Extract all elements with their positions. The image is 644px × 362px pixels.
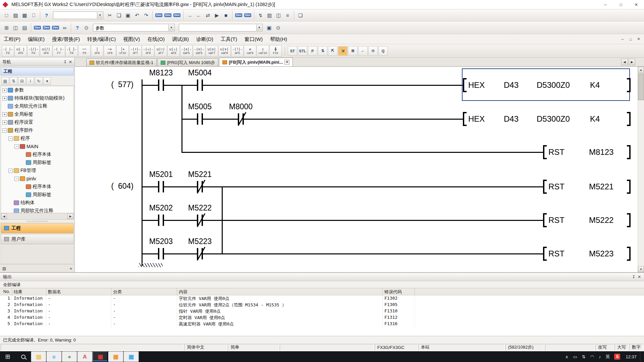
- menu-item[interactable]: 调试(B): [168, 34, 193, 44]
- tree-item[interactable]: 结构体: [1, 199, 73, 207]
- internet-explorer-icon[interactable]: e: [46, 351, 62, 362]
- tab-scroll-left-icon[interactable]: ◀: [621, 59, 628, 65]
- tab-device-buffer-monitor[interactable]: 软元件/缓冲存储器批量监视-1: [86, 58, 157, 66]
- table-row[interactable]: 4 Information - - 定时器 VAR用 使用0点 F1312: [0, 314, 644, 321]
- tree-horizontal-scrollbar[interactable]: ◀ ▶: [1, 213, 74, 220]
- save-project-icon[interactable]: ▦: [20, 11, 29, 20]
- mdi-minimize-button[interactable]: ─: [619, 35, 627, 43]
- device-display-icon[interactable]: Dev: [42, 23, 51, 32]
- tree-item[interactable]: 局部软元件注释: [1, 207, 73, 213]
- collapse-all-icon[interactable]: ⊟: [18, 77, 26, 85]
- project-view-button[interactable]: 工程: [1, 223, 74, 233]
- online-program-change-icon[interactable]: ↯: [256, 11, 265, 20]
- instruction-rst[interactable]: RST: [548, 182, 565, 191]
- close-button[interactable]: ✕: [629, 0, 644, 9]
- toolbar-combo[interactable]: ▼: [53, 11, 103, 19]
- ladder-symbol-button[interactable]: ▯ caF10: [257, 45, 269, 57]
- pin-icon[interactable]: ↧: [63, 60, 67, 64]
- menu-item[interactable]: 转换/编译(C): [84, 34, 119, 44]
- tree-item[interactable]: − pinlv: [1, 175, 73, 183]
- undo-icon[interactable]: ↶: [132, 11, 142, 20]
- info-icon[interactable]: i: [26, 77, 34, 85]
- chevron-down-icon[interactable]: ▼: [168, 24, 174, 31]
- ladder-symbol-button[interactable]: │ sF9: [91, 45, 103, 57]
- ladder-symbol-button[interactable]: │✕ cF10: [116, 45, 129, 57]
- tree-expander[interactable]: −: [8, 169, 13, 173]
- cut-icon[interactable]: ✂: [105, 11, 114, 20]
- ladder-display-icon[interactable]: ▤: [20, 23, 29, 32]
- secondary-combo[interactable]: ▼: [179, 24, 263, 32]
- ladder-block-list-icon[interactable]: ⊞: [348, 46, 358, 56]
- instruction-operand[interactable]: M8123: [589, 147, 613, 157]
- zoom-ladder-icon[interactable]: Q: [378, 46, 388, 56]
- table-row[interactable]: 2 Information - - 位软元件 VAR用 使用2点（范围 M153…: [0, 302, 644, 308]
- contact-m5221-nc[interactable]: M5221: [197, 181, 203, 192]
- ladder-symbol-button[interactable]: -|↓|- sF8: [142, 45, 154, 57]
- tree-item[interactable]: − 程序部件: [1, 126, 73, 134]
- window-switch-icon[interactable]: ❏: [296, 11, 305, 20]
- read-from-plc-icon[interactable]: ←: [194, 11, 203, 20]
- tree-expander[interactable]: [20, 161, 25, 165]
- network-icon[interactable]: ⇅: [580, 351, 588, 362]
- menu-item[interactable]: 工程(P): [0, 34, 24, 44]
- tree-item[interactable]: + 程序设置: [1, 118, 73, 126]
- minimize-button[interactable]: ─: [598, 0, 613, 9]
- tree-item[interactable]: − MAIN: [1, 142, 73, 150]
- panel-splitter[interactable]: [0, 220, 74, 223]
- tree-item[interactable]: 局部标签: [1, 191, 73, 199]
- paste-icon[interactable]: ▣: [123, 11, 132, 20]
- device-comment-display-icon[interactable]: Dev: [33, 23, 42, 32]
- instruction-hex[interactable]: HEX: [468, 114, 485, 124]
- ladder-symbol-button[interactable]: -| |- F5: [2, 45, 14, 57]
- filter-icon[interactable]: ▾: [43, 77, 51, 85]
- tree-item[interactable]: + 参数: [1, 86, 73, 94]
- redo-icon[interactable]: ↷: [142, 11, 151, 20]
- tree-expander[interactable]: [2, 104, 7, 109]
- tree-expander[interactable]: [8, 209, 13, 213]
- tree-item[interactable]: − 程序: [1, 134, 73, 142]
- device-comment-icon[interactable]: Dev: [154, 11, 163, 20]
- instruction-operand[interactable]: K4: [590, 80, 600, 90]
- tree-expander[interactable]: −: [14, 144, 19, 149]
- instruction-rst[interactable]: RST: [548, 216, 565, 225]
- ladder-symbol-button[interactable]: -( )- F7: [53, 45, 65, 57]
- start-button[interactable]: ⊞: [0, 351, 15, 362]
- ladder-symbol-button[interactable]: -|∨|- saF6: [193, 45, 205, 57]
- ladder-symbol-button[interactable]: ⊔| | sF5: [14, 45, 27, 57]
- menu-item[interactable]: 窗口(W): [241, 34, 266, 44]
- pin-icon[interactable]: ↧: [632, 275, 635, 279]
- docking-window-icon[interactable]: ◫: [11, 23, 20, 32]
- chevron-down-icon[interactable]: ▼: [97, 12, 103, 18]
- contact-m5202[interactable]: M5202: [158, 215, 164, 226]
- tree-expander[interactable]: −: [8, 136, 13, 141]
- browser-green-icon[interactable]: ●: [62, 351, 77, 362]
- hidden-icons-chevron[interactable]: ∧: [563, 351, 571, 362]
- close-icon[interactable]: ✕: [638, 275, 641, 279]
- connection-line-icon[interactable]: ⌐: [358, 46, 368, 56]
- table-row[interactable]: 1 Information - - 字软元件 VAR用 使用0点 F1302: [0, 295, 644, 302]
- instruction-rst[interactable]: RST: [548, 147, 565, 157]
- instruction-operand[interactable]: D5300Z0: [537, 114, 570, 124]
- window-split-icon[interactable]: ◫: [274, 11, 283, 20]
- app-orange-icon[interactable]: ▦: [108, 351, 123, 362]
- chevron-down-icon[interactable]: ▼: [256, 24, 262, 31]
- ladder-symbol-button[interactable]: -|!|- aF5: [231, 45, 244, 57]
- tree-expander[interactable]: +: [2, 96, 7, 101]
- menu-item[interactable]: 搜索/替换(F): [48, 34, 84, 44]
- contact-m8123[interactable]: M8123: [158, 79, 164, 91]
- notification-center-button[interactable]: [640, 351, 644, 362]
- scroll-left-icon[interactable]: ◀: [1, 214, 7, 219]
- tree-item[interactable]: 全局软元件注释: [1, 102, 73, 110]
- program-common-icon[interactable]: ⊞: [2, 23, 11, 32]
- file-explorer-icon[interactable]: ▨: [31, 351, 46, 362]
- tree-expander[interactable]: −: [2, 128, 7, 133]
- ladder-symbol-button[interactable]: ⊔|∨| saF8: [218, 45, 231, 57]
- wifi-icon[interactable]: ◠: [588, 351, 596, 362]
- ladder-symbol-button[interactable]: ── F9: [78, 45, 91, 57]
- device-test-icon[interactable]: Dev: [234, 11, 243, 20]
- table-row[interactable]: 5 Information - - 高速定时器 VAR用 使用0点 F1316: [0, 321, 644, 327]
- instruction-operand[interactable]: M5222: [589, 216, 613, 225]
- tab-fb-pinlv[interactable]: [FB]写入 pinlv(MAIN.pinl... ✕: [219, 58, 293, 66]
- inline-st-icon[interactable]: ST: [288, 46, 297, 56]
- stop-monitor-icon[interactable]: ■: [221, 11, 230, 20]
